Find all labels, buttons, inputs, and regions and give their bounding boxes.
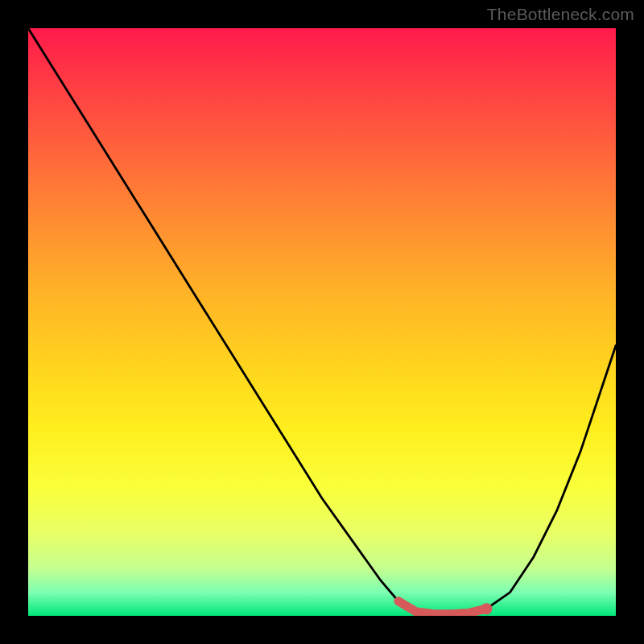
highlight-marker (481, 603, 492, 614)
plot-area (28, 28, 616, 616)
highlight-segment (398, 601, 487, 614)
bottleneck-curve (28, 28, 616, 614)
watermark-text: TheBottleneck.com (487, 5, 634, 24)
curve-layer (28, 28, 616, 616)
chart-frame: TheBottleneck.com (0, 0, 644, 644)
